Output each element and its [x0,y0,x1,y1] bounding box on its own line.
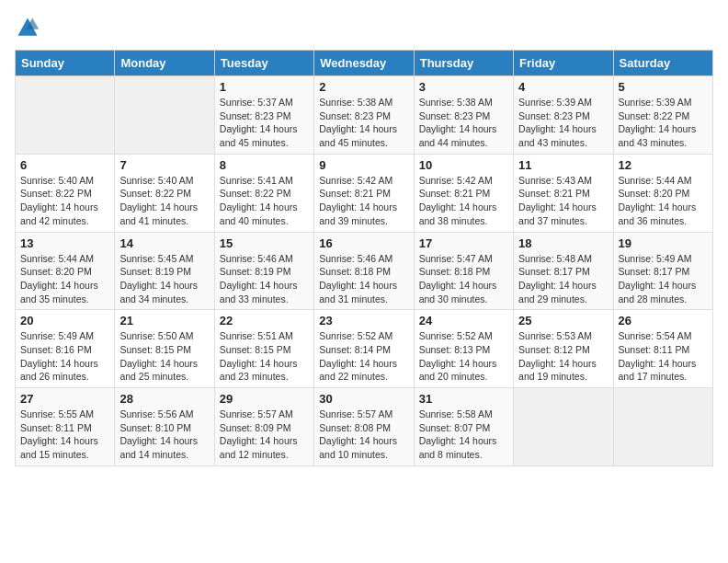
calendar-cell: 30Sunrise: 5:57 AM Sunset: 8:08 PM Dayli… [314,388,414,466]
calendar-cell: 22Sunrise: 5:51 AM Sunset: 8:15 PM Dayli… [214,310,313,388]
calendar-cell: 27Sunrise: 5:55 AM Sunset: 8:11 PM Dayli… [16,388,115,466]
day-info: Sunrise: 5:44 AM Sunset: 8:20 PM Dayligh… [619,174,708,228]
day-number: 25 [518,314,608,327]
calendar-cell: 21Sunrise: 5:50 AM Sunset: 8:15 PM Dayli… [115,310,214,388]
calendar-cell: 13Sunrise: 5:44 AM Sunset: 8:20 PM Dayli… [16,232,115,310]
day-info: Sunrise: 5:41 AM Sunset: 8:22 PM Dayligh… [220,174,309,228]
day-info: Sunrise: 5:38 AM Sunset: 8:23 PM Dayligh… [419,96,508,150]
page-header [15,15,713,40]
day-number: 14 [119,236,209,250]
calendar-cell [16,76,115,155]
day-info: Sunrise: 5:47 AM Sunset: 8:18 PM Dayligh… [419,252,508,306]
calendar-cell: 20Sunrise: 5:49 AM Sunset: 8:16 PM Dayli… [16,310,115,388]
weekday-header: Friday [514,51,613,76]
day-info: Sunrise: 5:52 AM Sunset: 8:14 PM Dayligh… [319,329,408,384]
calendar-cell: 9Sunrise: 5:42 AM Sunset: 8:21 PM Daylig… [314,154,414,232]
day-number: 21 [119,314,209,327]
day-info: Sunrise: 5:39 AM Sunset: 8:23 PM Dayligh… [518,96,608,150]
weekday-header: Tuesday [214,51,313,76]
calendar-cell: 11Sunrise: 5:43 AM Sunset: 8:21 PM Dayli… [514,154,613,232]
day-number: 13 [20,236,109,250]
calendar-cell: 7Sunrise: 5:40 AM Sunset: 8:22 PM Daylig… [115,154,214,232]
calendar-cell: 19Sunrise: 5:49 AM Sunset: 8:17 PM Dayli… [613,232,712,310]
day-number: 4 [518,80,608,94]
calendar-week-row: 1Sunrise: 5:37 AM Sunset: 8:23 PM Daylig… [16,76,713,155]
calendar-cell: 23Sunrise: 5:52 AM Sunset: 8:14 PM Dayli… [314,310,414,388]
calendar-cell: 25Sunrise: 5:53 AM Sunset: 8:12 PM Dayli… [514,310,613,388]
day-info: Sunrise: 5:43 AM Sunset: 8:21 PM Dayligh… [518,174,608,228]
day-number: 31 [419,392,508,406]
day-info: Sunrise: 5:57 AM Sunset: 8:08 PM Dayligh… [319,408,408,462]
calendar-week-row: 27Sunrise: 5:55 AM Sunset: 8:11 PM Dayli… [16,388,713,466]
day-info: Sunrise: 5:38 AM Sunset: 8:23 PM Dayligh… [319,96,408,150]
calendar-cell: 15Sunrise: 5:46 AM Sunset: 8:19 PM Dayli… [214,232,313,310]
day-info: Sunrise: 5:55 AM Sunset: 8:11 PM Dayligh… [20,408,109,462]
day-info: Sunrise: 5:49 AM Sunset: 8:16 PM Dayligh… [20,329,109,384]
day-info: Sunrise: 5:42 AM Sunset: 8:21 PM Dayligh… [319,174,408,228]
calendar-cell: 16Sunrise: 5:46 AM Sunset: 8:18 PM Dayli… [314,232,414,310]
calendar-week-row: 13Sunrise: 5:44 AM Sunset: 8:20 PM Dayli… [16,232,713,310]
day-info: Sunrise: 5:37 AM Sunset: 8:23 PM Dayligh… [220,96,309,150]
calendar-header-row: SundayMondayTuesdayWednesdayThursdayFrid… [16,51,713,76]
weekday-header: Monday [115,51,214,76]
day-info: Sunrise: 5:57 AM Sunset: 8:09 PM Dayligh… [220,408,309,462]
day-number: 12 [619,158,708,172]
day-info: Sunrise: 5:46 AM Sunset: 8:18 PM Dayligh… [319,252,408,306]
day-info: Sunrise: 5:54 AM Sunset: 8:11 PM Dayligh… [619,329,708,384]
calendar-week-row: 20Sunrise: 5:49 AM Sunset: 8:16 PM Dayli… [16,310,713,388]
calendar-cell: 12Sunrise: 5:44 AM Sunset: 8:20 PM Dayli… [613,154,712,232]
weekday-header: Sunday [16,51,115,76]
day-info: Sunrise: 5:46 AM Sunset: 8:19 PM Dayligh… [220,252,309,306]
calendar-cell [613,388,712,466]
day-info: Sunrise: 5:40 AM Sunset: 8:22 PM Dayligh… [119,174,209,228]
day-number: 27 [20,392,109,406]
day-number: 18 [518,236,608,250]
day-number: 2 [319,80,408,94]
day-number: 9 [319,158,408,172]
day-number: 8 [220,158,309,172]
day-info: Sunrise: 5:39 AM Sunset: 8:22 PM Dayligh… [619,96,708,150]
calendar-cell: 29Sunrise: 5:57 AM Sunset: 8:09 PM Dayli… [214,388,313,466]
calendar-cell: 1Sunrise: 5:37 AM Sunset: 8:23 PM Daylig… [214,76,313,155]
calendar-cell [514,388,613,466]
day-number: 28 [119,392,209,406]
calendar-cell: 14Sunrise: 5:45 AM Sunset: 8:19 PM Dayli… [115,232,214,310]
day-info: Sunrise: 5:40 AM Sunset: 8:22 PM Dayligh… [20,174,109,228]
weekday-header: Thursday [414,51,513,76]
day-number: 24 [419,314,508,327]
day-number: 26 [619,314,708,327]
day-number: 17 [419,236,508,250]
calendar-cell: 17Sunrise: 5:47 AM Sunset: 8:18 PM Dayli… [414,232,513,310]
calendar-cell: 6Sunrise: 5:40 AM Sunset: 8:22 PM Daylig… [16,154,115,232]
day-number: 19 [619,236,708,250]
day-info: Sunrise: 5:56 AM Sunset: 8:10 PM Dayligh… [119,408,209,462]
calendar-cell: 8Sunrise: 5:41 AM Sunset: 8:22 PM Daylig… [214,154,313,232]
calendar-cell: 2Sunrise: 5:38 AM Sunset: 8:23 PM Daylig… [314,76,414,155]
day-number: 15 [220,236,309,250]
logo-icon [15,15,40,40]
day-info: Sunrise: 5:42 AM Sunset: 8:21 PM Dayligh… [419,174,508,228]
calendar-cell: 26Sunrise: 5:54 AM Sunset: 8:11 PM Dayli… [613,310,712,388]
weekday-header: Wednesday [314,51,414,76]
calendar-cell: 24Sunrise: 5:52 AM Sunset: 8:13 PM Dayli… [414,310,513,388]
day-number: 23 [319,314,408,327]
day-number: 22 [220,314,309,327]
day-info: Sunrise: 5:50 AM Sunset: 8:15 PM Dayligh… [119,329,209,384]
calendar-cell: 10Sunrise: 5:42 AM Sunset: 8:21 PM Dayli… [414,154,513,232]
calendar-cell: 18Sunrise: 5:48 AM Sunset: 8:17 PM Dayli… [514,232,613,310]
logo [15,15,44,40]
day-number: 7 [119,158,209,172]
day-info: Sunrise: 5:49 AM Sunset: 8:17 PM Dayligh… [619,252,708,306]
day-info: Sunrise: 5:44 AM Sunset: 8:20 PM Dayligh… [20,252,109,306]
day-info: Sunrise: 5:48 AM Sunset: 8:17 PM Dayligh… [518,252,608,306]
calendar-week-row: 6Sunrise: 5:40 AM Sunset: 8:22 PM Daylig… [16,154,713,232]
calendar-cell: 5Sunrise: 5:39 AM Sunset: 8:22 PM Daylig… [613,76,712,155]
calendar-cell: 3Sunrise: 5:38 AM Sunset: 8:23 PM Daylig… [414,76,513,155]
calendar-cell [115,76,214,155]
calendar-cell: 31Sunrise: 5:58 AM Sunset: 8:07 PM Dayli… [414,388,513,466]
day-number: 20 [20,314,109,327]
weekday-header: Saturday [613,51,712,76]
calendar-table: SundayMondayTuesdayWednesdayThursdayFrid… [15,50,713,466]
day-number: 11 [518,158,608,172]
day-info: Sunrise: 5:45 AM Sunset: 8:19 PM Dayligh… [119,252,209,306]
